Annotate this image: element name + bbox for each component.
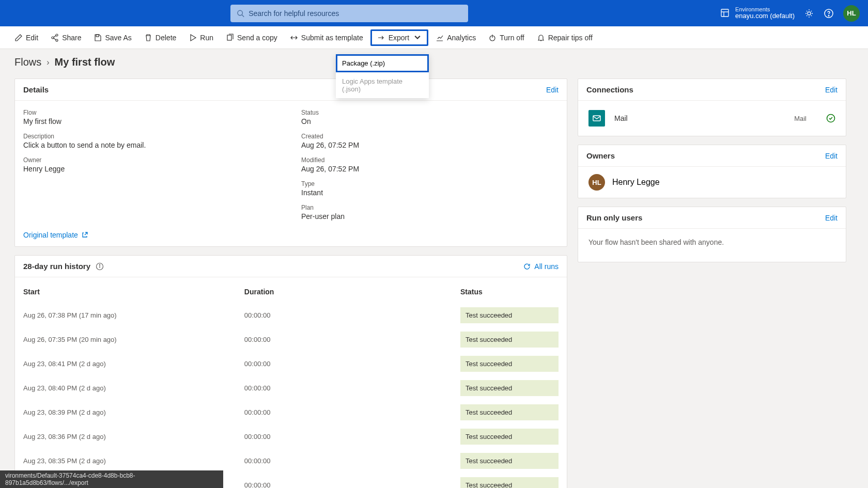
repair-tips-button[interactable]: Repair tips off [532, 30, 598, 45]
search-input[interactable] [249, 9, 462, 18]
export-logic-apps-json[interactable]: Logic Apps template (.json) [336, 72, 429, 98]
connections-card: Connections Edit MailMail [578, 78, 846, 136]
run-status: Test succeeded [460, 453, 559, 469]
settings-icon[interactable] [804, 8, 814, 19]
run-only-edit-link[interactable]: Edit [825, 214, 838, 222]
breadcrumb-flows[interactable]: Flows [14, 56, 41, 68]
table-row[interactable]: Aug 23, 08:41 PM (2 d ago)00:00:00Test s… [15, 352, 567, 376]
svg-point-7 [828, 15, 829, 15]
column-start[interactable]: Start [15, 277, 236, 303]
flow-value: My first flow [23, 117, 281, 125]
svg-line-11 [54, 36, 56, 37]
details-edit-link[interactable]: Edit [546, 86, 559, 94]
info-icon[interactable] [96, 262, 104, 271]
search-icon [237, 9, 244, 18]
page-title: My first flow [55, 56, 115, 68]
svg-point-10 [56, 39, 58, 41]
original-template-link[interactable]: Original template [15, 226, 97, 246]
analytics-button[interactable]: Analytics [430, 30, 481, 45]
connection-row[interactable]: MailMail [578, 101, 846, 136]
svg-line-1 [242, 14, 244, 17]
run-status: Test succeeded [460, 429, 559, 445]
edit-button[interactable]: Edit [9, 30, 43, 45]
copy-icon [226, 34, 234, 42]
save-icon [94, 34, 102, 42]
table-row[interactable]: Aug 23, 08:39 PM (2 d ago)00:00:00Test s… [15, 400, 567, 424]
svg-line-12 [54, 38, 56, 40]
run-start: Aug 23, 08:35 PM (2 d ago) [15, 449, 236, 473]
run-start: Aug 23, 08:41 PM (2 d ago) [15, 352, 236, 376]
turn-off-button[interactable]: Turn off [483, 30, 529, 45]
delete-button[interactable]: Delete [139, 30, 181, 45]
environment-picker[interactable]: Environments enayu.com (default) [720, 6, 795, 20]
search-box[interactable] [230, 5, 468, 22]
run-duration: 00:00:00 [236, 303, 452, 327]
export-button[interactable]: Export [370, 29, 428, 46]
pencil-icon [14, 34, 23, 42]
save-as-button[interactable]: Save As [88, 30, 136, 45]
run-start: Aug 26, 07:38 PM (17 min ago) [15, 303, 236, 327]
run-only-text: Your flow hasn't been shared with anyone… [578, 229, 846, 262]
run-status: Test succeeded [460, 332, 559, 348]
table-row[interactable]: Aug 23, 08:36 PM (2 d ago)00:00:00Test s… [15, 424, 567, 449]
column-duration[interactable]: Duration [236, 277, 452, 303]
plan-value: Per-user plan [301, 212, 559, 221]
svg-point-19 [99, 264, 100, 265]
svg-point-0 [238, 10, 242, 15]
breadcrumb: Flows › My first flow [0, 49, 868, 71]
table-row[interactable]: Aug 23, 08:40 PM (2 d ago)00:00:00Test s… [15, 376, 567, 400]
svg-point-5 [808, 12, 811, 15]
run-duration: 00:00:00 [236, 352, 452, 376]
run-duration: 00:00:00 [236, 400, 452, 424]
modified-value: Aug 26, 07:52 PM [301, 165, 559, 173]
all-runs-link[interactable]: All runs [523, 262, 559, 271]
help-icon[interactable] [824, 8, 834, 19]
connections-title: Connections [586, 85, 633, 94]
trash-icon [144, 34, 152, 42]
send-copy-button[interactable]: Send a copy [221, 30, 283, 45]
status-bar-url: vironments/Default-37574ca4-cde8-4d8b-bc… [0, 470, 223, 488]
chevron-right-icon: › [47, 58, 49, 67]
user-avatar[interactable]: HL [843, 5, 860, 22]
svg-point-8 [56, 34, 58, 36]
submit-template-button[interactable]: Submit as template [285, 30, 368, 45]
svg-rect-2 [721, 9, 729, 17]
owner-name: Henry Legge [612, 178, 660, 187]
refresh-icon [523, 262, 531, 271]
export-package-zip[interactable]: Package (.zip) [336, 54, 429, 72]
svg-rect-13 [96, 35, 99, 37]
owner-row[interactable]: HLHenry Legge [578, 167, 846, 198]
play-icon [189, 34, 197, 42]
command-bar: Edit Share Save As Delete Run Send a cop… [0, 26, 868, 49]
connection-name: Mail [614, 114, 628, 122]
run-status: Test succeeded [460, 380, 559, 396]
export-icon [377, 34, 385, 42]
check-icon [826, 114, 835, 123]
environment-name: enayu.com (default) [735, 12, 795, 20]
share-button[interactable]: Share [45, 30, 86, 45]
run-button[interactable]: Run [183, 30, 219, 45]
run-history-card: 28-day run history All runs Start Durati… [14, 255, 567, 488]
details-title: Details [23, 85, 49, 94]
connection-type: Mail [794, 115, 807, 122]
run-only-users-card: Run only users Edit Your flow hasn't bee… [578, 207, 846, 262]
owners-edit-link[interactable]: Edit [825, 152, 838, 160]
mail-icon [588, 110, 605, 127]
table-row[interactable]: Aug 26, 07:35 PM (20 min ago)00:00:00Tes… [15, 327, 567, 352]
column-status[interactable]: Status [452, 277, 567, 303]
table-row[interactable]: Aug 23, 08:35 PM (2 d ago)00:00:00Test s… [15, 449, 567, 473]
type-label: Type [301, 180, 559, 187]
status-label: Status [301, 109, 559, 116]
external-icon [81, 231, 88, 239]
owners-title: Owners [586, 151, 615, 160]
run-duration: 00:00:00 [236, 327, 452, 352]
table-row[interactable]: Aug 26, 07:38 PM (17 min ago)00:00:00Tes… [15, 303, 567, 327]
owner-label: Owner [23, 156, 281, 164]
plan-label: Plan [301, 204, 559, 211]
details-card: Details Edit FlowMy first flow Descripti… [14, 78, 567, 247]
connections-edit-link[interactable]: Edit [825, 86, 838, 94]
run-history-table: Start Duration Status Aug 26, 07:38 PM (… [15, 277, 567, 488]
created-label: Created [301, 133, 559, 140]
history-title: 28-day run history [23, 262, 90, 271]
owner-value: Henry Legge [23, 165, 281, 173]
